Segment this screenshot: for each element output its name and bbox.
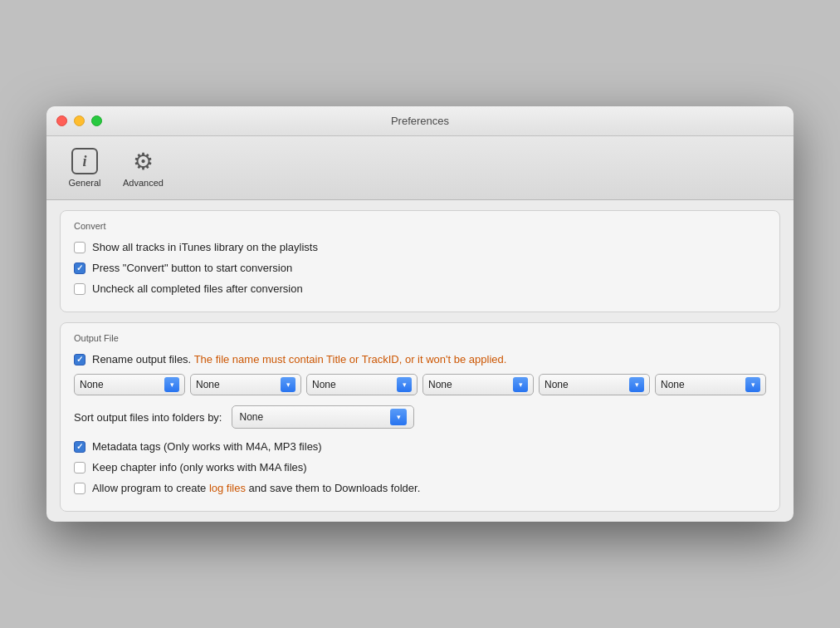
rename-checkbox-row: Rename output files. The file name must … (74, 353, 766, 366)
info-icon: i (70, 146, 100, 176)
filename-dropdown-6[interactable]: None ▾ (655, 374, 766, 395)
allow-log-label: Allow program to create log files and sa… (92, 482, 420, 494)
dropdown-1-label: None (80, 379, 164, 390)
keep-chapter-label: Keep chapter info (only works with M4A f… (92, 461, 307, 473)
window-controls (56, 115, 102, 126)
uncheck-completed-checkbox[interactable] (74, 283, 85, 295)
metadata-tags-row: Metadata tags (Only works with M4A, MP3 … (74, 440, 766, 453)
dropdown-3-label: None (312, 379, 397, 390)
rename-label-prefix: Rename output files. (92, 353, 191, 366)
filename-dropdown-3[interactable]: None ▾ (306, 374, 418, 395)
allow-log-checkbox[interactable] (74, 483, 85, 494)
checkbox-row-press-convert: Press "Convert" button to start conversi… (74, 262, 766, 274)
maximize-button[interactable] (91, 115, 102, 126)
sort-row: Sort output files into folders by: None … (74, 405, 766, 429)
keep-chapter-row: Keep chapter info (only works with M4A f… (74, 461, 766, 473)
titlebar: Preferences (46, 106, 794, 136)
preferences-window: Preferences i General ⚙ Advanced Convert… (46, 106, 794, 522)
window-title: Preferences (391, 115, 449, 127)
gear-icon: ⚙ (128, 146, 158, 176)
sort-dropdown[interactable]: None ▾ (232, 405, 414, 429)
minimize-button[interactable] (74, 115, 85, 126)
sort-label: Sort output files into folders by: (74, 411, 222, 424)
filename-dropdown-1[interactable]: None ▾ (74, 374, 185, 395)
dropdown-3-arrow-icon: ▾ (397, 377, 412, 392)
rename-output-label: Rename output files. The file name must … (92, 353, 506, 366)
filename-dropdowns-row: None ▾ None ▾ None ▾ None ▾ None ▾ (74, 374, 766, 395)
dropdown-6-arrow-icon: ▾ (745, 377, 760, 392)
filename-dropdown-2[interactable]: None ▾ (190, 374, 301, 395)
advanced-label: Advanced (123, 178, 164, 188)
sort-dropdown-arrow-icon: ▾ (390, 409, 407, 425)
general-label: General (68, 178, 100, 188)
rename-label-highlight: The file name must contain Title or Trac… (194, 353, 507, 366)
allow-log-suffix: and save them to Downloads folder. (246, 482, 420, 494)
content-area: Convert Show all tracks in iTunes librar… (46, 200, 794, 522)
metadata-tags-checkbox[interactable] (74, 441, 85, 453)
metadata-tags-label: Metadata tags (Only works with M4A, MP3 … (92, 440, 322, 453)
rename-output-checkbox[interactable] (74, 354, 85, 366)
log-files-link[interactable]: log files (209, 482, 246, 494)
checkbox-row-show-tracks: Show all tracks in iTunes library on the… (74, 241, 766, 253)
keep-chapter-checkbox[interactable] (74, 462, 85, 473)
checkbox-row-uncheck-completed: Uncheck all completed files after conver… (74, 282, 766, 295)
dropdown-4-label: None (428, 379, 513, 390)
sort-dropdown-label: None (239, 411, 390, 423)
press-convert-checkbox[interactable] (74, 262, 85, 274)
toolbar-general[interactable]: i General (60, 143, 110, 191)
filename-dropdown-5[interactable]: None ▾ (539, 374, 650, 395)
allow-log-row: Allow program to create log files and sa… (74, 482, 766, 494)
metadata-section: Metadata tags (Only works with M4A, MP3 … (74, 440, 766, 494)
show-all-tracks-checkbox[interactable] (74, 242, 85, 253)
convert-section-title: Convert (74, 221, 766, 231)
output-file-section-title: Output File (74, 333, 766, 343)
dropdown-5-arrow-icon: ▾ (629, 377, 644, 392)
filename-dropdown-4[interactable]: None ▾ (422, 374, 534, 395)
output-file-section: Output File Rename output files. The fil… (60, 322, 780, 512)
dropdown-1-arrow-icon: ▾ (164, 377, 179, 392)
close-button[interactable] (56, 115, 67, 126)
dropdown-6-label: None (661, 379, 745, 390)
convert-section: Convert Show all tracks in iTunes librar… (60, 210, 780, 312)
toolbar-advanced[interactable]: ⚙ Advanced (116, 143, 170, 191)
toolbar: i General ⚙ Advanced (46, 136, 794, 200)
allow-log-prefix: Allow program to create (92, 482, 209, 494)
show-all-tracks-label: Show all tracks in iTunes library on the… (92, 241, 318, 253)
dropdown-4-arrow-icon: ▾ (513, 377, 528, 392)
dropdown-5-label: None (545, 379, 629, 390)
dropdown-2-arrow-icon: ▾ (281, 377, 295, 392)
press-convert-label: Press "Convert" button to start conversi… (92, 262, 292, 274)
dropdown-2-label: None (196, 379, 281, 390)
uncheck-completed-label: Uncheck all completed files after conver… (92, 282, 303, 295)
